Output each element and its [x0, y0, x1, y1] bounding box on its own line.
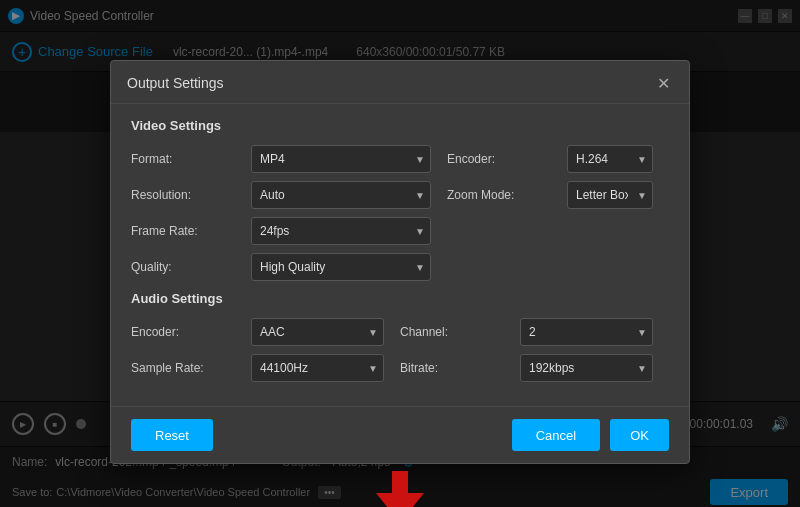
format-field: MP4 ▼ [251, 145, 447, 173]
encoder-select[interactable]: H.264 [567, 145, 653, 173]
bitrate-select[interactable]: 192kbps [520, 354, 653, 382]
dialog-body: Video Settings Format: MP4 ▼ Encoder: [111, 104, 689, 402]
cancel-button[interactable]: Cancel [512, 419, 600, 451]
format-label: Format: [131, 152, 251, 166]
output-settings-dialog: Output Settings ✕ Video Settings Format:… [110, 60, 690, 464]
audio-section-title: Audio Settings [131, 291, 669, 306]
dialog-footer: Reset Cancel OK [111, 406, 689, 463]
bitrate-field: 192kbps ▼ [520, 354, 669, 382]
zoom-select[interactable]: Letter Box [567, 181, 653, 209]
resolution-field: Auto ▼ [251, 181, 447, 209]
framerate-select[interactable]: 24fps [251, 217, 431, 245]
quality-select[interactable]: High Quality [251, 253, 431, 281]
framerate-label: Frame Rate: [131, 224, 251, 238]
audio-settings-grid: Encoder: AAC ▼ Channel: 2 [131, 318, 669, 382]
resolution-label: Resolution: [131, 188, 251, 202]
sample-rate-label: Sample Rate: [131, 361, 251, 375]
quality-field: High Quality ▼ [251, 253, 447, 281]
bitrate-label: Bitrate: [400, 361, 520, 375]
dialog-title: Output Settings [127, 75, 224, 91]
zoom-field: Letter Box ▼ [567, 181, 669, 209]
sample-rate-field: 44100Hz ▼ [251, 354, 400, 382]
channel-label: Channel: [400, 325, 520, 339]
framerate-field: 24fps ▼ [251, 217, 447, 245]
video-section-title: Video Settings [131, 118, 669, 133]
zoom-label: Zoom Mode: [447, 188, 567, 202]
video-settings-grid: Format: MP4 ▼ Encoder: H.264 [131, 145, 669, 281]
encoder-field: H.264 ▼ [567, 145, 669, 173]
dialog-header: Output Settings ✕ [111, 61, 689, 104]
audio-encoder-field: AAC ▼ [251, 318, 400, 346]
ok-button[interactable]: OK [610, 419, 669, 451]
audio-encoder-label: Encoder: [131, 325, 251, 339]
modal-overlay: Output Settings ✕ Video Settings Format:… [0, 0, 800, 507]
encoder-label: Encoder: [447, 152, 567, 166]
audio-section: Audio Settings Encoder: AAC ▼ Channel: [131, 291, 669, 382]
reset-button[interactable]: Reset [131, 419, 213, 451]
format-select[interactable]: MP4 [251, 145, 431, 173]
dialog-close-button[interactable]: ✕ [653, 73, 673, 93]
quality-label: Quality: [131, 260, 251, 274]
audio-encoder-select[interactable]: AAC [251, 318, 384, 346]
sample-rate-select[interactable]: 44100Hz [251, 354, 384, 382]
footer-right: Cancel OK [512, 419, 669, 451]
channel-field: 2 ▼ [520, 318, 669, 346]
channel-select[interactable]: 2 [520, 318, 653, 346]
resolution-select[interactable]: Auto [251, 181, 431, 209]
